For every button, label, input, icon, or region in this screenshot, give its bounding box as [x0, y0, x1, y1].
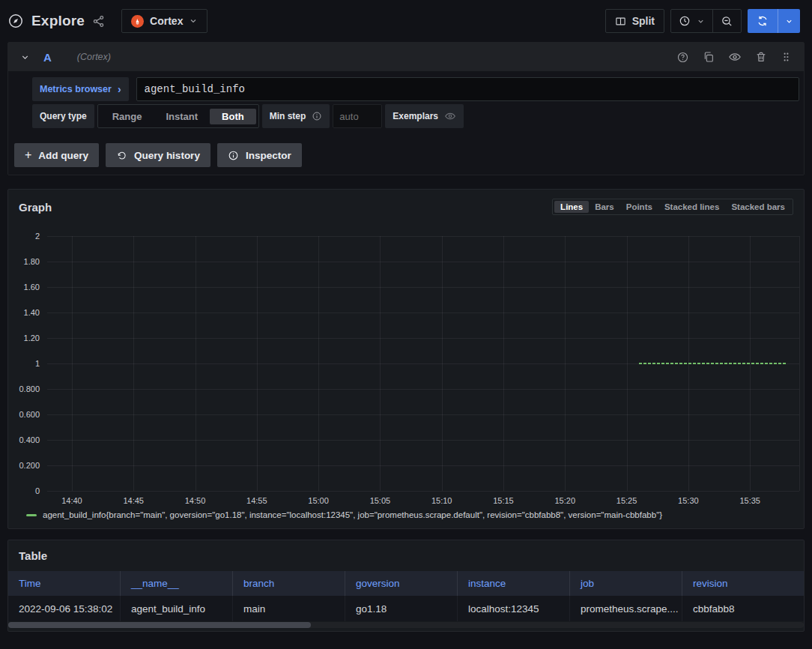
x-axis-tick-label: 15:25 — [616, 496, 637, 505]
table-header-row: Time__name__branchgoversioninstancejobre… — [8, 571, 804, 596]
query-type-option-both[interactable]: Both — [210, 109, 256, 124]
table-horizontal-scrollbar[interactable] — [8, 622, 804, 628]
graph-mode-stacked-bars[interactable]: Stacked bars — [725, 201, 791, 213]
duplicate-query-icon[interactable] — [703, 51, 715, 63]
min-step-label-box: Min step — [262, 104, 330, 128]
collapse-chevron-icon[interactable] — [20, 52, 30, 62]
query-history-label: Query history — [134, 150, 200, 161]
y-axis-tick-label: 0.600 — [19, 410, 47, 419]
column-header-revision[interactable]: revision — [682, 571, 804, 596]
x-axis-tick-label: 15:00 — [308, 496, 329, 505]
h-gridline — [47, 287, 799, 288]
results-table: Time__name__branchgoversioninstancejobre… — [8, 571, 804, 631]
h-gridline — [47, 414, 799, 415]
table-cell: localhost:12345 — [458, 596, 570, 621]
y-axis-tick-label: 1.40 — [24, 308, 47, 317]
split-pane-icon — [615, 16, 626, 27]
exemplars-label: Exemplars — [393, 111, 438, 121]
x-axis-tick-label: 15:15 — [493, 496, 514, 505]
split-button[interactable]: Split — [605, 9, 664, 33]
x-axis-tick-label: 14:45 — [123, 496, 144, 505]
graph-mode-stacked-lines[interactable]: Stacked lines — [658, 201, 726, 213]
table-cell: cbbfabb8 — [682, 596, 804, 621]
query-type-label-box: Query type — [32, 104, 94, 128]
graph-mode-bars[interactable]: Bars — [589, 201, 620, 213]
x-axis-tick-label: 15:05 — [370, 496, 391, 505]
graph-mode-lines[interactable]: Lines — [554, 201, 589, 213]
min-step-input[interactable] — [333, 104, 382, 128]
y-axis-tick-label: 0.400 — [19, 435, 47, 444]
delete-query-trash-icon[interactable] — [755, 51, 767, 63]
explore-toolbar: Explore Cortex Split — [0, 0, 812, 42]
query-type-option-instant[interactable]: Instant — [154, 109, 210, 124]
exemplars-eye-icon — [444, 110, 456, 122]
add-query-button[interactable]: + Add query — [14, 143, 99, 167]
table-row: 2022-09-06 15:38:02agent_build_infomaing… — [8, 596, 804, 621]
column-header-name[interactable]: __name__ — [121, 571, 233, 596]
refresh-button[interactable] — [748, 9, 778, 33]
y-axis-tick-label: 1 — [35, 359, 47, 368]
table-panel: Table Time__name__branchgoversioninstanc… — [7, 540, 805, 632]
y-axis-tick-label: 0.800 — [19, 384, 47, 393]
query-type-label: Query type — [40, 111, 87, 121]
column-header-instance[interactable]: instance — [458, 571, 570, 596]
query-ref-id[interactable]: A — [43, 51, 52, 64]
y-axis-tick-label: 1.20 — [24, 333, 47, 342]
series-line[interactable] — [639, 363, 787, 364]
x-axis-tick-label: 15:20 — [555, 496, 576, 505]
x-axis: 14:4014:4514:5014:5515:0015:0515:1015:15… — [47, 491, 799, 510]
refresh-interval-dropdown[interactable] — [778, 9, 800, 33]
v-gridline — [72, 236, 73, 491]
query-history-button[interactable]: Query history — [106, 143, 210, 167]
plot-area[interactable]: 21.801.601.401.2010.8000.6000.4000.2000 — [47, 236, 799, 491]
y-axis-tick-label: 0.200 — [19, 461, 47, 470]
h-gridline — [47, 262, 799, 262]
zoom-out-button[interactable] — [712, 10, 741, 32]
query-expression-input[interactable] — [136, 77, 799, 101]
zoom-out-icon — [721, 15, 733, 28]
legend-series-label[interactable]: agent_build_info{branch="main", goversio… — [43, 510, 662, 519]
table-panel-title: Table — [19, 549, 47, 562]
time-picker-button[interactable] — [671, 10, 712, 32]
y-axis-tick-label: 1.80 — [24, 257, 47, 266]
column-header-job[interactable]: job — [570, 571, 682, 596]
v-gridline — [133, 236, 134, 491]
v-gridline — [799, 236, 800, 491]
column-header-Time[interactable]: Time — [8, 571, 121, 596]
query-type-option-range[interactable]: Range — [100, 109, 154, 124]
v-gridline — [196, 236, 196, 491]
toggle-visibility-eye-icon[interactable] — [728, 50, 742, 64]
table-cell: main — [233, 596, 345, 621]
page-title: Explore — [31, 13, 85, 29]
chevron-down-icon — [785, 17, 793, 25]
chevron-down-icon — [697, 17, 705, 25]
y-axis-tick-label: 1.60 — [24, 283, 47, 292]
help-icon[interactable] — [676, 51, 689, 64]
share-icon[interactable] — [92, 15, 105, 28]
scrollbar-thumb[interactable] — [8, 622, 311, 628]
graph-mode-points[interactable]: Points — [620, 201, 658, 213]
refresh-icon — [757, 15, 769, 27]
inspector-button[interactable]: Inspector — [217, 143, 302, 167]
history-icon — [116, 150, 127, 161]
h-gridline — [47, 465, 799, 466]
inspector-label: Inspector — [246, 150, 291, 161]
time-controls — [670, 9, 742, 33]
run-query-button — [748, 9, 800, 33]
column-header-branch[interactable]: branch — [233, 571, 345, 596]
x-axis-tick-label: 15:30 — [678, 496, 699, 505]
query-row-header: A (Cortex) — [8, 43, 804, 71]
query-editor-section: A (Cortex) Metrics browser › Query type … — [7, 42, 805, 175]
info-circle-icon — [228, 150, 239, 161]
column-header-goversion[interactable]: goversion — [345, 571, 458, 596]
x-axis-tick-label: 15:10 — [431, 496, 452, 505]
metrics-browser-button[interactable]: Metrics browser › — [32, 77, 129, 101]
drag-handle-icon[interactable] — [781, 51, 792, 63]
exemplars-toggle[interactable]: Exemplars — [385, 104, 464, 128]
v-gridline — [257, 236, 258, 491]
add-query-label: Add query — [38, 150, 88, 161]
v-gridline — [380, 236, 381, 491]
h-gridline — [47, 236, 799, 237]
v-gridline — [565, 236, 566, 491]
datasource-picker[interactable]: Cortex — [121, 9, 207, 33]
